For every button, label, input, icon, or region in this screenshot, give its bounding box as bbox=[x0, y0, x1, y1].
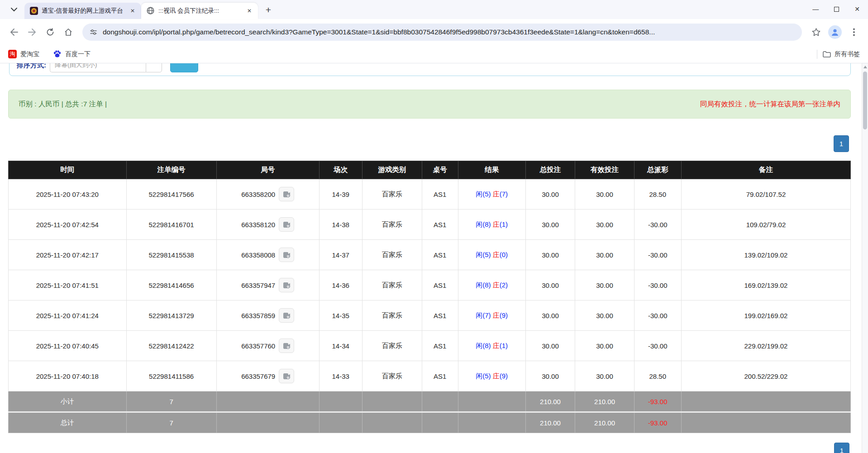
maximize-icon[interactable] bbox=[834, 7, 839, 12]
header-result: 结果 bbox=[458, 161, 525, 179]
cell-result: 闲(7) 庄(9) bbox=[458, 300, 525, 331]
bet-rows: 2025-11-20 07:43:20 522981417566 6633582… bbox=[9, 179, 851, 391]
bookmark-label: 百度一下 bbox=[65, 50, 91, 58]
browser-toolbar: dongshouji.com/ipl/portal.php/game/betre… bbox=[0, 19, 868, 45]
subtotal-total-bet: 210.00 bbox=[525, 391, 575, 412]
tab-close-icon[interactable]: ✕ bbox=[245, 7, 253, 15]
table-row: 2025-11-20 07:40:18 522981411586 6633576… bbox=[9, 361, 851, 391]
cell-valid-bet: 30.00 bbox=[575, 210, 634, 240]
total-row: 总计 7 210.00 210.00 -93.00 bbox=[9, 412, 851, 433]
forward-icon[interactable] bbox=[24, 24, 40, 40]
reload-icon[interactable] bbox=[43, 24, 58, 40]
cell-total-bet[interactable]: 30.00 bbox=[525, 331, 575, 361]
subtotal-payout: -93.00 bbox=[634, 391, 681, 412]
site-info-icon[interactable] bbox=[90, 29, 97, 36]
bookmark-baidu[interactable]: 百度一下 bbox=[53, 50, 91, 58]
cell-payout: -30.00 bbox=[634, 300, 681, 331]
sort-dropdown-button[interactable] bbox=[146, 63, 162, 72]
subtotal-count: 7 bbox=[126, 391, 216, 412]
cell-bet-id: 522981415538 bbox=[126, 240, 216, 270]
video-replay-button[interactable] bbox=[279, 369, 294, 383]
cell-table-no: AS1 bbox=[422, 331, 458, 361]
cell-game-type: 百家乐 bbox=[362, 179, 422, 210]
home-icon[interactable] bbox=[61, 24, 76, 40]
cell-total-bet[interactable]: 30.00 bbox=[525, 361, 575, 391]
total-count: 7 bbox=[126, 412, 216, 433]
profile-avatar[interactable] bbox=[828, 25, 842, 39]
sort-input[interactable] bbox=[50, 63, 146, 72]
pagination-page-1[interactable]: 1 bbox=[834, 135, 849, 152]
cell-result: 闲(5) 庄(9) bbox=[458, 361, 525, 391]
cell-valid-bet: 30.00 bbox=[575, 361, 634, 391]
bookmark-star-icon[interactable] bbox=[808, 24, 824, 40]
round-id-text: 663357679 bbox=[241, 372, 275, 380]
video-replay-button[interactable] bbox=[279, 187, 294, 201]
result-banker-num: (9) bbox=[500, 372, 508, 380]
video-replay-button[interactable] bbox=[279, 248, 294, 262]
scrollbar-up-icon[interactable] bbox=[863, 66, 867, 68]
address-bar[interactable]: dongshouji.com/ipl/portal.php/game/betre… bbox=[82, 24, 802, 41]
cell-session: 14-39 bbox=[319, 179, 362, 210]
video-replay-button[interactable] bbox=[279, 308, 294, 323]
result-player: 闲(7) bbox=[476, 311, 491, 319]
cell-bet-id: 522981411586 bbox=[126, 361, 216, 391]
round-id-text: 663358120 bbox=[241, 221, 275, 229]
video-replay-button[interactable] bbox=[279, 278, 294, 292]
video-replay-button[interactable] bbox=[279, 217, 294, 232]
pagination-bottom-partial[interactable]: 1 bbox=[834, 443, 849, 453]
cell-round-id: 663357947 bbox=[216, 270, 319, 300]
cell-session: 14-34 bbox=[319, 331, 362, 361]
tongbao-favicon-icon bbox=[30, 7, 38, 15]
cell-round-id: 663357760 bbox=[216, 331, 319, 361]
bookmarks-separator bbox=[817, 50, 817, 59]
cell-table-no: AS1 bbox=[422, 210, 458, 240]
cell-game-type: 百家乐 bbox=[362, 210, 422, 240]
cell-note: 169.02/139.02 bbox=[681, 270, 850, 300]
all-bookmarks-button[interactable]: 所有书签 bbox=[823, 50, 860, 58]
cell-total-bet[interactable]: 30.00 bbox=[525, 300, 575, 331]
cell-session: 14-35 bbox=[319, 300, 362, 331]
minimize-icon[interactable]: — bbox=[812, 6, 819, 12]
cell-time: 2025-11-20 07:41:24 bbox=[9, 300, 127, 331]
cell-total-bet[interactable]: 30.00 bbox=[525, 210, 575, 240]
subtotal-label: 小计 bbox=[9, 391, 127, 412]
cell-note: 200.52/229.02 bbox=[681, 361, 850, 391]
scrollbar-thumb[interactable] bbox=[863, 72, 867, 129]
cell-game-type: 百家乐 bbox=[362, 270, 422, 300]
tab-bet-records[interactable]: :::视讯 会员下注纪录::: ✕ bbox=[141, 3, 258, 19]
search-button[interactable] bbox=[170, 63, 198, 72]
cell-valid-bet: 30.00 bbox=[575, 300, 634, 331]
tab-close-icon[interactable]: ✕ bbox=[129, 7, 137, 15]
search-form-panel: 排序方式: bbox=[9, 63, 851, 76]
new-tab-button[interactable]: + bbox=[262, 3, 275, 17]
result-banker-num: (2) bbox=[500, 281, 508, 289]
bookmark-taobao[interactable]: 淘 爱淘宝 bbox=[8, 50, 39, 58]
result-banker: 庄 bbox=[493, 190, 500, 198]
cell-total-bet[interactable]: 30.00 bbox=[525, 270, 575, 300]
browser-menu-icon[interactable] bbox=[846, 24, 862, 40]
bookmark-label: 爱淘宝 bbox=[20, 50, 39, 58]
cell-time: 2025-11-20 07:42:54 bbox=[9, 210, 127, 240]
cell-total-bet[interactable]: 30.00 bbox=[525, 240, 575, 270]
back-icon[interactable] bbox=[6, 24, 22, 40]
video-replay-button[interactable] bbox=[279, 339, 294, 353]
bookmarks-bar: 淘 爱淘宝 百度一下 所有书签 bbox=[0, 45, 868, 63]
cell-payout: -30.00 bbox=[634, 240, 681, 270]
page-scrollbar[interactable] bbox=[862, 63, 868, 453]
cell-bet-id: 522981414656 bbox=[126, 270, 216, 300]
header-note: 备注 bbox=[681, 161, 850, 179]
result-banker-num: (0) bbox=[500, 251, 508, 258]
tab-tongbao[interactable]: 通宝-信誉最好的网上游戏平台 ✕ bbox=[24, 3, 141, 19]
tab-search-icon[interactable] bbox=[6, 2, 22, 17]
window-close-icon[interactable]: ✕ bbox=[854, 6, 860, 12]
round-id-text: 663358008 bbox=[241, 251, 275, 259]
result-banker: 庄 bbox=[493, 281, 500, 289]
result-banker: 庄 bbox=[493, 251, 500, 258]
cell-note: 109.02/79.02 bbox=[681, 210, 850, 240]
cell-result: 闲(5) 庄(0) bbox=[458, 240, 525, 270]
cell-result: 闲(8) 庄(1) bbox=[458, 210, 525, 240]
table-row: 2025-11-20 07:42:54 522981416701 6633581… bbox=[9, 210, 851, 240]
header-bet-id: 注单编号 bbox=[126, 161, 216, 179]
cell-total-bet[interactable]: 30.00 bbox=[525, 179, 575, 210]
total-label: 总计 bbox=[9, 412, 127, 433]
